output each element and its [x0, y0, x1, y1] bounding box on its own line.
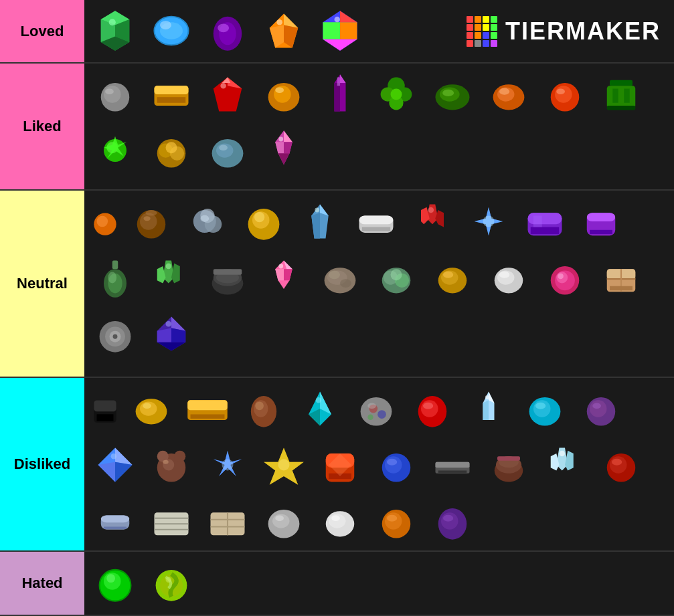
list-item[interactable] [482, 438, 535, 492]
list-item[interactable] [257, 494, 311, 548]
list-item[interactable] [145, 438, 198, 492]
logo-dot [467, 16, 473, 23]
svg-point-129 [329, 270, 340, 279]
list-item[interactable] [88, 494, 142, 548]
svg-point-85 [200, 215, 209, 222]
list-item[interactable] [237, 382, 290, 435]
svg-point-201 [174, 451, 185, 462]
svg-point-260 [166, 577, 172, 583]
list-item[interactable] [482, 251, 535, 304]
list-item[interactable] [145, 307, 198, 361]
list-item[interactable] [349, 382, 403, 435]
list-item[interactable] [201, 438, 254, 492]
list-item[interactable] [293, 382, 347, 435]
tier-label-liked: Liked [0, 64, 84, 189]
svg-marker-158 [157, 342, 186, 351]
list-item[interactable] [313, 251, 367, 304]
list-item[interactable] [145, 251, 198, 304]
list-item[interactable] [406, 195, 459, 248]
list-item[interactable] [426, 68, 479, 121]
list-item[interactable] [257, 438, 311, 492]
list-item[interactable] [426, 251, 479, 304]
list-item[interactable] [594, 251, 648, 304]
list-item[interactable] [538, 68, 592, 121]
list-item[interactable] [201, 251, 254, 304]
list-item[interactable] [145, 556, 198, 609]
list-item[interactable] [257, 251, 311, 304]
svg-rect-109 [590, 230, 612, 234]
svg-rect-95 [362, 227, 391, 231]
svg-marker-196 [115, 462, 133, 482]
list-item[interactable] [369, 68, 423, 121]
list-item[interactable] [594, 438, 648, 492]
list-item[interactable] [88, 382, 122, 435]
list-item[interactable] [574, 382, 628, 435]
list-item[interactable] [88, 438, 142, 492]
list-item[interactable] [257, 124, 311, 177]
list-item[interactable] [313, 438, 367, 492]
list-item[interactable] [594, 68, 648, 121]
logo-dot [483, 16, 489, 23]
list-item[interactable] [145, 4, 198, 58]
list-item[interactable] [349, 195, 403, 248]
list-item[interactable] [124, 382, 178, 435]
list-item[interactable] [313, 4, 367, 58]
svg-point-190 [535, 403, 545, 409]
logo-dot [491, 24, 497, 31]
list-item[interactable] [88, 195, 122, 248]
list-item[interactable] [181, 382, 234, 435]
list-item[interactable] [426, 438, 479, 492]
svg-point-165 [143, 403, 151, 409]
svg-point-171 [255, 401, 264, 410]
list-item[interactable] [201, 494, 254, 548]
tier-row-loved: Loved [0, 0, 674, 64]
svg-rect-223 [497, 456, 520, 460]
svg-point-88 [254, 212, 264, 222]
svg-rect-106 [533, 216, 542, 227]
list-item[interactable] [538, 251, 592, 304]
list-item[interactable] [124, 195, 178, 248]
list-item[interactable] [518, 195, 572, 248]
list-item[interactable] [88, 4, 142, 58]
svg-marker-206 [214, 451, 242, 476]
tier-row-neutral: Neutral [0, 191, 674, 378]
list-item[interactable] [369, 251, 423, 304]
svg-rect-162 [97, 414, 114, 421]
list-item[interactable] [88, 124, 142, 177]
list-item[interactable] [538, 438, 592, 492]
logo-dot [467, 32, 473, 39]
list-item[interactable] [426, 494, 479, 548]
list-item[interactable] [181, 195, 234, 248]
list-item[interactable] [201, 68, 254, 121]
logo-dot [483, 24, 489, 31]
list-item[interactable] [313, 494, 367, 548]
svg-rect-219 [438, 471, 467, 473]
list-item[interactable] [462, 195, 515, 248]
tier-content-hated [84, 552, 674, 615]
list-item[interactable] [369, 438, 423, 492]
list-item[interactable] [201, 124, 254, 177]
list-item[interactable] [237, 195, 290, 248]
list-item[interactable] [145, 494, 198, 548]
list-item[interactable] [574, 195, 628, 248]
list-item[interactable] [518, 382, 572, 435]
svg-point-244 [275, 516, 284, 522]
list-item[interactable] [462, 382, 515, 435]
svg-point-134 [391, 269, 402, 280]
list-item[interactable] [145, 124, 198, 177]
list-item[interactable] [406, 382, 459, 435]
list-item[interactable] [201, 4, 254, 58]
list-item[interactable] [482, 68, 535, 121]
list-item[interactable] [88, 68, 142, 121]
list-item[interactable] [313, 68, 367, 121]
list-item[interactable] [293, 195, 347, 248]
svg-marker-225 [565, 451, 574, 471]
list-item[interactable] [88, 307, 142, 361]
svg-point-23 [335, 17, 341, 23]
list-item[interactable] [88, 556, 142, 609]
list-item[interactable] [257, 4, 311, 58]
list-item[interactable] [145, 68, 198, 121]
list-item[interactable] [369, 494, 423, 548]
list-item[interactable] [257, 68, 311, 121]
list-item[interactable] [88, 251, 142, 304]
